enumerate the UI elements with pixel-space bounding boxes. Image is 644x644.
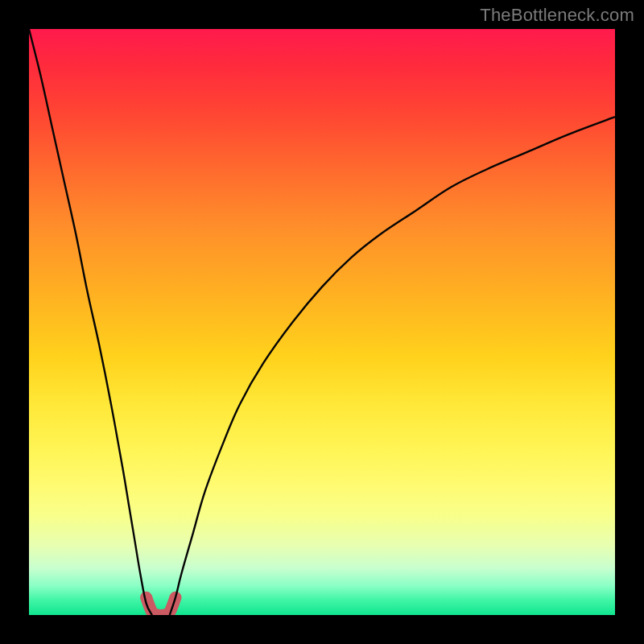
chart-frame: TheBottleneck.com (0, 0, 644, 644)
chart-svg (29, 29, 615, 615)
right-curve (170, 117, 615, 615)
watermark-text: TheBottleneck.com (480, 5, 634, 26)
left-curve (29, 29, 152, 615)
plot-area (29, 29, 615, 615)
